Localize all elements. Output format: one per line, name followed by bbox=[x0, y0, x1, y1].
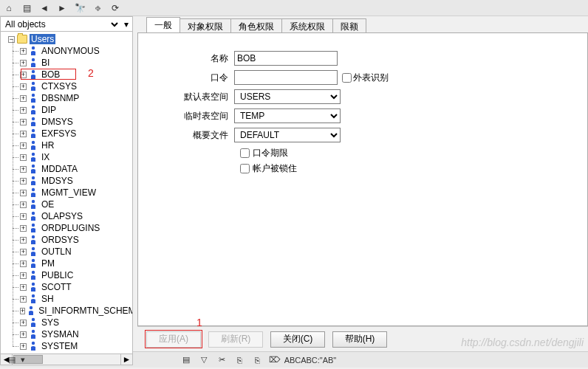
dropdown-icon[interactable]: ▾ bbox=[21, 355, 25, 365]
expand-icon[interactable]: + bbox=[20, 131, 27, 137]
tab-2[interactable]: 角色权限 bbox=[230, 18, 282, 32]
expand-icon[interactable]: + bbox=[20, 119, 27, 125]
expand-icon[interactable]: + bbox=[20, 272, 27, 279]
close-button[interactable]: 关闭(C) bbox=[270, 331, 325, 348]
book-icon[interactable]: ▤ bbox=[21, 2, 33, 14]
expand-icon[interactable]: + bbox=[20, 178, 27, 184]
expand-icon[interactable]: + bbox=[20, 343, 27, 350]
tree-item-pm[interactable]: +PM bbox=[2, 258, 131, 269]
tab-0[interactable]: 一般 bbox=[146, 17, 180, 32]
profile-label: 概要文件 bbox=[160, 129, 234, 142]
pw-expire-checkbox[interactable] bbox=[240, 148, 250, 158]
expand-icon[interactable]: + bbox=[20, 83, 27, 90]
expand-icon[interactable]: + bbox=[20, 249, 27, 255]
collapse-icon[interactable]: − bbox=[8, 36, 15, 43]
name-field[interactable] bbox=[234, 51, 338, 66]
expand-icon[interactable]: + bbox=[20, 142, 27, 149]
tree-item-label: MDDATA bbox=[40, 164, 79, 174]
tree-item-sys[interactable]: +SYS bbox=[2, 317, 131, 328]
back-icon[interactable]: ◄ bbox=[38, 2, 50, 14]
expand-icon[interactable]: + bbox=[20, 190, 27, 196]
tool-icon-8[interactable]: "AB" bbox=[322, 354, 334, 366]
link-icon[interactable]: ⎆ bbox=[92, 2, 103, 14]
expand-icon[interactable]: + bbox=[20, 201, 27, 208]
tree-item-exfsys[interactable]: +EXFSYS bbox=[2, 128, 131, 139]
expand-icon[interactable]: + bbox=[20, 331, 27, 338]
svg-point-2 bbox=[32, 70, 35, 73]
refresh-button[interactable]: 刷新(R) bbox=[208, 331, 263, 348]
expand-icon[interactable]: + bbox=[20, 261, 27, 267]
expand-icon[interactable]: + bbox=[20, 60, 27, 66]
tool-icon-2[interactable]: ✂ bbox=[216, 354, 228, 366]
expand-icon[interactable]: + bbox=[20, 107, 27, 114]
tab-4[interactable]: 限额 bbox=[332, 18, 366, 32]
expand-icon[interactable]: + bbox=[20, 296, 27, 303]
panel-icon[interactable]: ▤ bbox=[6, 354, 18, 366]
tree-item-label: CTXSYS bbox=[40, 81, 78, 92]
tree-item-sysman[interactable]: +SYSMAN bbox=[2, 328, 131, 340]
refresh-icon[interactable]: ⟳ bbox=[109, 2, 121, 14]
tree-item-ctxsys[interactable]: +CTXSYS bbox=[2, 80, 131, 92]
tree-item-olapsys[interactable]: +OLAPSYS bbox=[2, 210, 131, 222]
user-icon bbox=[29, 46, 38, 56]
tree-item-sh[interactable]: +SH bbox=[2, 293, 131, 305]
tree-item-ordplugins[interactable]: +ORDPLUGINS bbox=[2, 222, 131, 234]
tree-item-bob[interactable]: +BOB bbox=[2, 69, 131, 80]
expand-icon[interactable]: + bbox=[20, 284, 27, 291]
forward-icon[interactable]: ► bbox=[56, 2, 68, 14]
expand-icon[interactable]: + bbox=[20, 72, 27, 78]
apply-button[interactable]: 应用(A) bbox=[146, 331, 201, 348]
tool-icon-0[interactable]: ▤ bbox=[180, 354, 192, 366]
tree-item-hr[interactable]: +HR bbox=[2, 139, 131, 151]
expand-icon[interactable]: + bbox=[20, 154, 27, 161]
tree-item-scott[interactable]: +SCOTT bbox=[2, 281, 131, 293]
object-filter-select[interactable]: All objects bbox=[1, 18, 120, 31]
help-button[interactable]: 帮助(H) bbox=[332, 331, 387, 348]
tree-item-ordsys[interactable]: +ORDSYS bbox=[2, 234, 131, 246]
tree-root-users[interactable]: −Users bbox=[2, 33, 131, 45]
tree-item-label: OLAPSYS bbox=[40, 211, 84, 221]
expand-icon[interactable]: + bbox=[20, 48, 27, 55]
dropdown-icon[interactable]: ▾ bbox=[120, 19, 132, 30]
tree-item-mgmt_view[interactable]: +MGMT_VIEW bbox=[2, 187, 131, 199]
expand-icon[interactable]: + bbox=[20, 320, 27, 326]
tree-item-mdsys[interactable]: +MDSYS bbox=[2, 175, 131, 187]
object-filter: All objects ▾ bbox=[1, 17, 132, 32]
tree-item-public[interactable]: +PUBLIC bbox=[2, 269, 131, 281]
tree-item-system[interactable]: +SYSTEM bbox=[2, 340, 131, 352]
expand-icon[interactable]: + bbox=[20, 225, 27, 232]
tree-item-mddata[interactable]: +MDDATA bbox=[2, 163, 131, 175]
default-ts-select[interactable]: USERS bbox=[234, 89, 341, 104]
tool-icon-5[interactable]: ⌦ bbox=[269, 354, 281, 366]
tab-1[interactable]: 对象权限 bbox=[180, 18, 231, 32]
tool-icon-6[interactable]: ABC bbox=[287, 354, 298, 366]
tab-3[interactable]: 系统权限 bbox=[281, 18, 333, 32]
tool-icon-4[interactable]: ⎘ bbox=[251, 354, 263, 366]
expand-icon[interactable]: + bbox=[20, 166, 27, 173]
password-field[interactable] bbox=[234, 70, 338, 85]
tool-icon-1[interactable]: ▽ bbox=[198, 354, 210, 366]
expand-icon[interactable]: + bbox=[20, 95, 27, 102]
locked-checkbox[interactable] bbox=[240, 164, 250, 173]
tool-icon-7[interactable]: ABC: bbox=[304, 354, 316, 366]
external-checkbox[interactable] bbox=[342, 73, 352, 83]
expand-icon[interactable]: + bbox=[20, 237, 27, 244]
home-icon[interactable]: ⌂ bbox=[3, 2, 15, 14]
object-tree[interactable]: −Users+ANONYMOUS+BI+BOB+CTXSYS+DBSNMP+DI… bbox=[1, 32, 132, 354]
tool-icon-3[interactable]: ⎘ bbox=[233, 354, 245, 366]
temp-ts-select[interactable]: TEMP bbox=[234, 108, 341, 123]
tree-item-anonymous[interactable]: +ANONYMOUS bbox=[2, 45, 131, 57]
tree-item-ix[interactable]: +IX bbox=[2, 151, 131, 163]
binoculars-icon[interactable]: 🔭 bbox=[74, 2, 86, 14]
expand-icon[interactable]: + bbox=[20, 213, 27, 220]
user-icon bbox=[29, 270, 38, 280]
tree-item-outln[interactable]: +OUTLN bbox=[2, 246, 131, 258]
tree-item-si_informtn_schem[interactable]: +SI_INFORMTN_SCHEM bbox=[2, 305, 131, 317]
tree-item-dbsnmp[interactable]: +DBSNMP bbox=[2, 92, 131, 104]
tree-item-dip[interactable]: +DIP bbox=[2, 104, 131, 116]
tree-item-oe[interactable]: +OE bbox=[2, 199, 131, 210]
expand-icon[interactable]: + bbox=[20, 308, 25, 314]
profile-select[interactable]: DEFAULT bbox=[234, 128, 341, 142]
tree-item-bi[interactable]: +BI bbox=[2, 57, 131, 69]
tree-item-dmsys[interactable]: +DMSYS bbox=[2, 116, 131, 128]
